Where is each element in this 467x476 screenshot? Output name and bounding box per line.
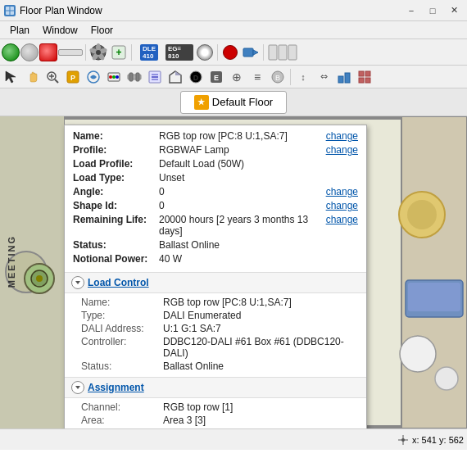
sep3: [217, 44, 218, 61]
profile-label: Profile:: [73, 144, 159, 156]
tb2-icon13[interactable]: ⇔: [314, 67, 333, 87]
profile-row: Profile: RGBWAF Lamp change: [73, 144, 358, 156]
remaining-life-change-link[interactable]: change: [326, 214, 358, 225]
menu-floor[interactable]: Floor: [84, 23, 120, 38]
tb2-icon4[interactable]: [125, 67, 144, 87]
menu-window[interactable]: Window: [36, 23, 84, 38]
line-tool[interactable]: [58, 49, 83, 56]
fan-tool[interactable]: [88, 43, 108, 62]
assign-area-label: Area:: [81, 415, 163, 426]
gradient-tool[interactable]: [195, 43, 215, 62]
tb2-icon7[interactable]: D: [186, 67, 206, 87]
zoom-tool[interactable]: [43, 67, 62, 87]
sep5: [290, 69, 291, 85]
notional-power-label: Notional Power:: [73, 253, 159, 265]
tb2-icon15[interactable]: [355, 67, 374, 87]
load-control-collapse-icon: [71, 276, 84, 289]
load-profile-row: Load Profile: Default Load (50W): [73, 158, 358, 170]
lc-type-row: Type: DALI Enumerated: [81, 310, 358, 321]
svg-text:P: P: [70, 74, 75, 82]
profile-change-link[interactable]: change: [326, 144, 358, 156]
profile-value: RGBWAF Lamp: [159, 144, 323, 156]
lc-name-row: Name: RGB top row [PC:8 U:1,SA:7]: [81, 297, 358, 308]
svg-marker-14: [253, 50, 258, 55]
status-value: Ballast Online: [159, 239, 358, 251]
name-row: Name: RGB top row [PC:8 U:1,SA:7] change: [73, 130, 358, 142]
lc-name-value: RGB top row [PC:8 U:1,SA:7]: [163, 297, 358, 308]
assign-channel-value: RGB top row [1]: [163, 401, 358, 413]
svg-point-28: [112, 75, 116, 79]
notional-power-row: Notional Power: 40 W: [73, 253, 358, 265]
tb2-icon3[interactable]: [104, 67, 124, 87]
lc-name-label: Name:: [81, 297, 163, 308]
add-tool[interactable]: +: [109, 43, 129, 62]
svg-marker-74: [75, 386, 80, 389]
svg-rect-17: [288, 45, 297, 60]
tb2-icon12[interactable]: ↕: [293, 67, 313, 87]
status-label: Status:: [73, 239, 159, 251]
svg-rect-16: [279, 45, 287, 60]
tb2-icon1[interactable]: P: [63, 67, 83, 87]
lc-status-label: Status:: [81, 360, 163, 372]
sep1: [85, 44, 86, 61]
green-circle-tool[interactable]: [2, 43, 20, 61]
menu-bar: Plan Window Floor: [0, 21, 467, 39]
shape-id-row: Shape Id: 0 change: [73, 200, 358, 211]
assignment-header[interactable]: Assignment: [65, 377, 366, 398]
angle-row: Angle: 0 change: [73, 186, 358, 197]
minimize-button[interactable]: −: [401, 2, 421, 19]
svg-rect-49: [359, 78, 364, 83]
gray-circle-tool[interactable]: [20, 43, 39, 61]
coords-text: x: 541 y: 562: [412, 435, 464, 445]
close-button[interactable]: ✕: [444, 2, 464, 19]
hand-tool[interactable]: [22, 67, 42, 87]
tb2-icon8[interactable]: E: [206, 67, 226, 87]
link-tool[interactable]: [241, 43, 261, 62]
shape-id-change-link[interactable]: change: [326, 200, 358, 211]
angle-change-link[interactable]: change: [326, 186, 358, 197]
status-coords: x: 541 y: 562: [397, 434, 464, 446]
svg-point-77: [401, 438, 405, 442]
tb2-icon11[interactable]: B: [268, 67, 288, 87]
default-floor-button[interactable]: ★ Default Floor: [180, 91, 287, 114]
app-icon: [3, 4, 16, 17]
red-square-tool[interactable]: [39, 43, 57, 61]
tb2-icon14[interactable]: [334, 67, 354, 87]
svg-point-10: [96, 50, 101, 55]
status-row: Status: Ballast Online: [73, 239, 358, 251]
svg-point-65: [435, 367, 458, 390]
lc-status-value: Ballast Online: [163, 360, 358, 372]
load-type-label: Load Type:: [73, 172, 159, 184]
tb2-icon10[interactable]: ≡: [247, 67, 267, 87]
grid-tool[interactable]: [266, 43, 299, 62]
svg-marker-73: [75, 281, 80, 284]
lc-controller-row: Controller: DDBC120-DALI #61 Box #61 (DD…: [81, 336, 358, 359]
remaining-life-row: Remaining Life: 20000 hours [2 years 3 m…: [73, 214, 358, 237]
svg-point-61: [36, 275, 43, 282]
assignment-title: Assignment: [88, 382, 144, 393]
lc-dali-row: DALI Address: U:1 G:1 SA:7: [81, 323, 358, 334]
name-change-link[interactable]: change: [326, 130, 358, 142]
load-control-header[interactable]: Load Control: [65, 272, 366, 293]
tb2-icon9[interactable]: ⊕: [227, 67, 247, 87]
tb2-icon2[interactable]: [84, 67, 103, 87]
maximize-button[interactable]: □: [423, 2, 442, 19]
svg-rect-48: [365, 71, 370, 76]
coords-icon: [397, 434, 409, 446]
tb2-icon6[interactable]: [165, 67, 185, 87]
lc-type-value: DALI Enumerated: [163, 310, 358, 321]
eg-tool[interactable]: EG≡ 810: [165, 43, 194, 62]
sep2: [131, 44, 132, 61]
tb2-icon5[interactable]: [145, 67, 165, 87]
assignment-body: Channel: RGB top row [1] Area: Area 3 [3…: [65, 398, 366, 428]
angle-label: Angle:: [73, 186, 159, 197]
cursor-tool[interactable]: [2, 67, 21, 87]
svg-text:B: B: [275, 74, 280, 82]
lc-dali-label: DALI Address:: [81, 323, 163, 334]
svg-rect-15: [269, 45, 277, 60]
menu-plan[interactable]: Plan: [3, 23, 36, 38]
dle-tool[interactable]: DLE410: [134, 43, 164, 62]
red-dot-tool[interactable]: [220, 43, 240, 62]
svg-point-27: [109, 75, 112, 79]
svg-text:D: D: [193, 74, 199, 82]
